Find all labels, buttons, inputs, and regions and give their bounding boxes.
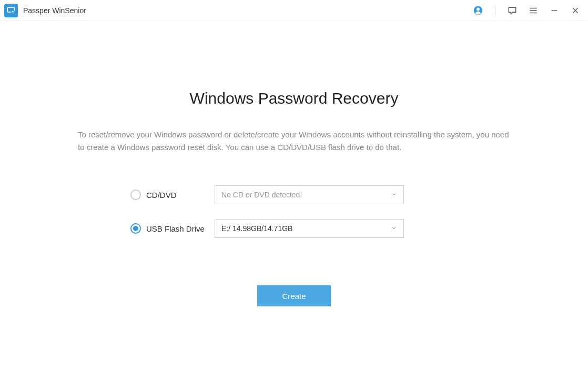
radio-group-usb[interactable]: USB Flash Drive (130, 223, 215, 234)
radio-cd-dvd[interactable] (130, 190, 141, 200)
create-button[interactable]: Create (257, 285, 331, 306)
app-logo (4, 4, 18, 17)
titlebar: Passper WinSenior (0, 0, 588, 21)
feedback-icon[interactable] (506, 4, 519, 17)
radio-label-cd-dvd: CD/DVD (146, 191, 177, 200)
account-icon[interactable] (472, 4, 484, 17)
radio-label-usb: USB Flash Drive (146, 224, 205, 233)
select-cd-dvd[interactable]: No CD or DVD detected! (215, 185, 404, 204)
select-usb[interactable]: E:/ 14.98GB/14.71GB (215, 219, 404, 238)
radio-usb[interactable] (130, 223, 141, 234)
svg-point-3 (477, 7, 480, 11)
menu-icon[interactable] (527, 4, 540, 17)
select-value-cd-dvd: No CD or DVD detected! (221, 191, 302, 199)
chevron-down-icon (391, 224, 397, 233)
titlebar-divider (495, 5, 495, 16)
close-button[interactable] (569, 4, 582, 17)
titlebar-right (472, 4, 582, 17)
select-value-usb: E:/ 14.98GB/14.71GB (221, 224, 292, 233)
minimize-button[interactable] (548, 4, 561, 17)
app-title: Passper WinSenior (23, 6, 86, 15)
page-title: Windows Password Recovery (78, 89, 510, 107)
option-row-cd-dvd: CD/DVD No CD or DVD detected! (78, 185, 510, 204)
titlebar-left: Passper WinSenior (4, 4, 86, 17)
page-description: To reset/remove your Windows password or… (78, 128, 510, 154)
chevron-down-icon (391, 190, 397, 200)
main-content: Windows Password Recovery To reset/remov… (0, 21, 588, 306)
option-row-usb: USB Flash Drive E:/ 14.98GB/14.71GB (78, 219, 510, 238)
radio-group-cd-dvd[interactable]: CD/DVD (130, 190, 215, 200)
